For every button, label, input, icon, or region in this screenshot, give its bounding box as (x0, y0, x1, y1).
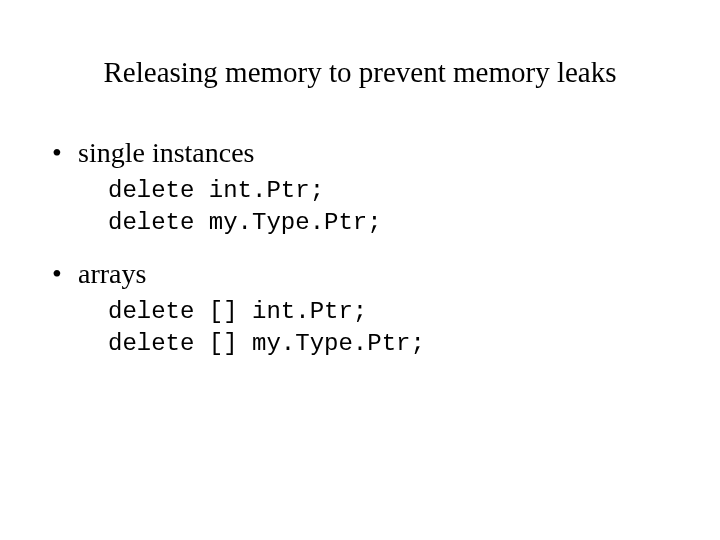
bullet-icon: • (50, 258, 78, 290)
bullet-label: arrays (78, 258, 670, 290)
bullet-row: • arrays (50, 258, 670, 290)
bullet-row: • single instances (50, 137, 670, 169)
code-block: delete [] int.Ptr; delete [] my.Type.Ptr… (108, 296, 670, 361)
code-block: delete int.Ptr; delete my.Type.Ptr; (108, 175, 670, 240)
list-item: • arrays delete [] int.Ptr; delete [] my… (50, 258, 670, 361)
bullet-list: • single instances delete int.Ptr; delet… (50, 137, 670, 361)
bullet-label: single instances (78, 137, 670, 169)
bullet-icon: • (50, 137, 78, 169)
slide: Releasing memory to prevent memory leaks… (0, 0, 720, 540)
slide-title: Releasing memory to prevent memory leaks (50, 56, 670, 89)
list-item: • single instances delete int.Ptr; delet… (50, 137, 670, 240)
